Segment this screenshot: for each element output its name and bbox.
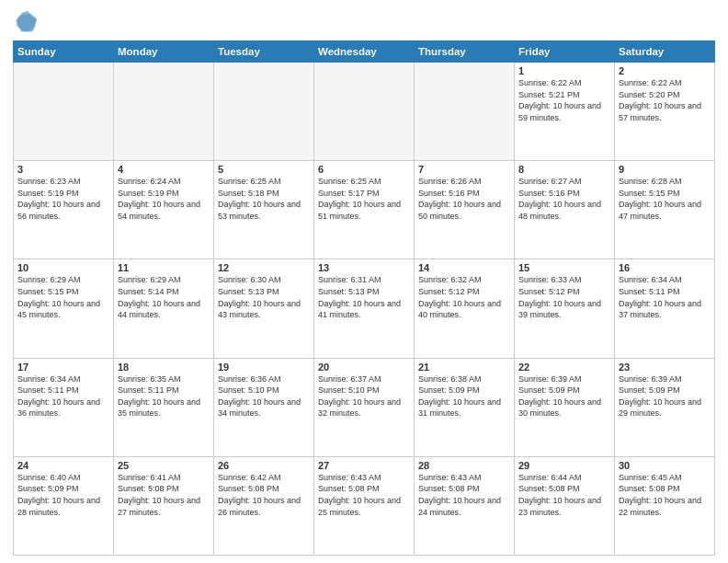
cell-info: Sunrise: 6:31 AMSunset: 5:13 PMDaylight:… [318, 274, 410, 320]
cell-info: Sunrise: 6:35 AMSunset: 5:11 PMDaylight:… [118, 373, 210, 419]
day-number: 17 [17, 362, 109, 373]
calendar-cell [314, 63, 415, 161]
calendar-table: SundayMondayTuesdayWednesdayThursdayFrid… [13, 40, 715, 556]
day-number: 18 [118, 362, 210, 373]
calendar-week-1: 1Sunrise: 6:22 AMSunset: 5:21 PMDaylight… [14, 63, 715, 161]
day-number: 9 [619, 164, 711, 175]
day-number: 27 [318, 460, 410, 471]
calendar-cell: 24Sunrise: 6:40 AMSunset: 5:09 PMDayligh… [14, 456, 114, 555]
day-number: 7 [418, 164, 510, 175]
cell-info: Sunrise: 6:25 AMSunset: 5:18 PMDaylight:… [218, 176, 310, 222]
calendar-cell: 4Sunrise: 6:24 AMSunset: 5:19 PMDaylight… [114, 161, 214, 259]
day-number: 6 [318, 164, 410, 175]
logo-icon [13, 9, 39, 35]
calendar-cell: 13Sunrise: 6:31 AMSunset: 5:13 PMDayligh… [314, 259, 415, 358]
calendar-cell: 21Sunrise: 6:38 AMSunset: 5:09 PMDayligh… [415, 358, 515, 456]
calendar-cell: 17Sunrise: 6:34 AMSunset: 5:11 PMDayligh… [14, 358, 114, 456]
day-number: 11 [118, 262, 210, 273]
day-number: 15 [518, 262, 610, 273]
calendar-week-4: 17Sunrise: 6:34 AMSunset: 5:11 PMDayligh… [14, 358, 715, 456]
day-number: 24 [17, 460, 109, 471]
day-number: 26 [218, 460, 310, 471]
cell-info: Sunrise: 6:23 AMSunset: 5:19 PMDaylight:… [17, 176, 109, 222]
day-header-tuesday: Tuesday [214, 41, 314, 63]
cell-info: Sunrise: 6:40 AMSunset: 5:09 PMDaylight:… [17, 472, 109, 518]
cell-info: Sunrise: 6:29 AMSunset: 5:15 PMDaylight:… [17, 274, 109, 320]
cell-info: Sunrise: 6:33 AMSunset: 5:12 PMDaylight:… [518, 274, 610, 320]
cell-info: Sunrise: 6:43 AMSunset: 5:08 PMDaylight:… [318, 472, 410, 518]
day-number: 25 [118, 460, 210, 471]
cell-info: Sunrise: 6:26 AMSunset: 5:16 PMDaylight:… [418, 176, 510, 222]
cell-info: Sunrise: 6:24 AMSunset: 5:19 PMDaylight:… [118, 176, 210, 222]
day-number: 14 [418, 262, 510, 273]
day-number: 30 [619, 460, 711, 471]
day-number: 22 [518, 362, 610, 373]
logo [13, 9, 40, 35]
day-number: 12 [218, 262, 310, 273]
calendar-cell: 1Sunrise: 6:22 AMSunset: 5:21 PMDaylight… [515, 63, 615, 161]
calendar-cell: 11Sunrise: 6:29 AMSunset: 5:14 PMDayligh… [114, 259, 214, 358]
day-number: 10 [17, 262, 109, 273]
calendar-header-row: SundayMondayTuesdayWednesdayThursdayFrid… [14, 41, 715, 63]
calendar-cell: 9Sunrise: 6:28 AMSunset: 5:15 PMDaylight… [615, 161, 715, 259]
calendar-cell: 26Sunrise: 6:42 AMSunset: 5:08 PMDayligh… [214, 456, 314, 555]
page: SundayMondayTuesdayWednesdayThursdayFrid… [0, 0, 728, 563]
calendar-cell: 28Sunrise: 6:43 AMSunset: 5:08 PMDayligh… [415, 456, 515, 555]
calendar-week-3: 10Sunrise: 6:29 AMSunset: 5:15 PMDayligh… [14, 259, 715, 358]
cell-info: Sunrise: 6:22 AMSunset: 5:20 PMDaylight:… [619, 77, 711, 123]
cell-info: Sunrise: 6:43 AMSunset: 5:08 PMDaylight:… [418, 472, 510, 518]
day-number: 19 [218, 362, 310, 373]
day-header-wednesday: Wednesday [314, 41, 415, 63]
day-number: 8 [518, 164, 610, 175]
calendar-week-5: 24Sunrise: 6:40 AMSunset: 5:09 PMDayligh… [14, 456, 715, 555]
calendar-week-2: 3Sunrise: 6:23 AMSunset: 5:19 PMDaylight… [14, 161, 715, 259]
calendar-cell: 16Sunrise: 6:34 AMSunset: 5:11 PMDayligh… [615, 259, 715, 358]
calendar-cell [14, 63, 114, 161]
cell-info: Sunrise: 6:34 AMSunset: 5:11 PMDaylight:… [17, 373, 109, 419]
cell-info: Sunrise: 6:30 AMSunset: 5:13 PMDaylight:… [218, 274, 310, 320]
cell-info: Sunrise: 6:34 AMSunset: 5:11 PMDaylight:… [619, 274, 711, 320]
calendar-cell: 15Sunrise: 6:33 AMSunset: 5:12 PMDayligh… [515, 259, 615, 358]
cell-info: Sunrise: 6:38 AMSunset: 5:09 PMDaylight:… [418, 373, 510, 419]
cell-info: Sunrise: 6:44 AMSunset: 5:08 PMDaylight:… [518, 472, 610, 518]
calendar-cell: 19Sunrise: 6:36 AMSunset: 5:10 PMDayligh… [214, 358, 314, 456]
calendar-cell: 27Sunrise: 6:43 AMSunset: 5:08 PMDayligh… [314, 456, 415, 555]
calendar-cell: 30Sunrise: 6:45 AMSunset: 5:08 PMDayligh… [615, 456, 715, 555]
calendar-cell: 29Sunrise: 6:44 AMSunset: 5:08 PMDayligh… [515, 456, 615, 555]
cell-info: Sunrise: 6:27 AMSunset: 5:16 PMDaylight:… [518, 176, 610, 222]
calendar-cell: 6Sunrise: 6:25 AMSunset: 5:17 PMDaylight… [314, 161, 415, 259]
day-header-sunday: Sunday [14, 41, 114, 63]
calendar-cell: 23Sunrise: 6:39 AMSunset: 5:09 PMDayligh… [615, 358, 715, 456]
day-number: 16 [619, 262, 711, 273]
day-header-saturday: Saturday [615, 41, 715, 63]
cell-info: Sunrise: 6:32 AMSunset: 5:12 PMDaylight:… [418, 274, 510, 320]
day-number: 28 [418, 460, 510, 471]
calendar-cell [415, 63, 515, 161]
day-number: 20 [318, 362, 410, 373]
cell-info: Sunrise: 6:45 AMSunset: 5:08 PMDaylight:… [619, 472, 711, 518]
calendar-cell: 5Sunrise: 6:25 AMSunset: 5:18 PMDaylight… [214, 161, 314, 259]
day-number: 3 [17, 164, 109, 175]
cell-info: Sunrise: 6:25 AMSunset: 5:17 PMDaylight:… [318, 176, 410, 222]
cell-info: Sunrise: 6:42 AMSunset: 5:08 PMDaylight:… [218, 472, 310, 518]
calendar-cell: 3Sunrise: 6:23 AMSunset: 5:19 PMDaylight… [14, 161, 114, 259]
calendar-cell: 12Sunrise: 6:30 AMSunset: 5:13 PMDayligh… [214, 259, 314, 358]
day-number: 13 [318, 262, 410, 273]
day-header-monday: Monday [114, 41, 214, 63]
calendar-cell: 8Sunrise: 6:27 AMSunset: 5:16 PMDaylight… [515, 161, 615, 259]
calendar-cell: 18Sunrise: 6:35 AMSunset: 5:11 PMDayligh… [114, 358, 214, 456]
day-number: 29 [518, 460, 610, 471]
calendar-cell [114, 63, 214, 161]
day-number: 1 [518, 65, 610, 76]
cell-info: Sunrise: 6:29 AMSunset: 5:14 PMDaylight:… [118, 274, 210, 320]
cell-info: Sunrise: 6:22 AMSunset: 5:21 PMDaylight:… [518, 77, 610, 123]
day-number: 21 [418, 362, 510, 373]
header [13, 9, 715, 35]
cell-info: Sunrise: 6:37 AMSunset: 5:10 PMDaylight:… [318, 373, 410, 419]
cell-info: Sunrise: 6:28 AMSunset: 5:15 PMDaylight:… [619, 176, 711, 222]
calendar-cell: 14Sunrise: 6:32 AMSunset: 5:12 PMDayligh… [415, 259, 515, 358]
day-header-friday: Friday [515, 41, 615, 63]
day-number: 5 [218, 164, 310, 175]
calendar-cell [214, 63, 314, 161]
cell-info: Sunrise: 6:39 AMSunset: 5:09 PMDaylight:… [518, 373, 610, 419]
